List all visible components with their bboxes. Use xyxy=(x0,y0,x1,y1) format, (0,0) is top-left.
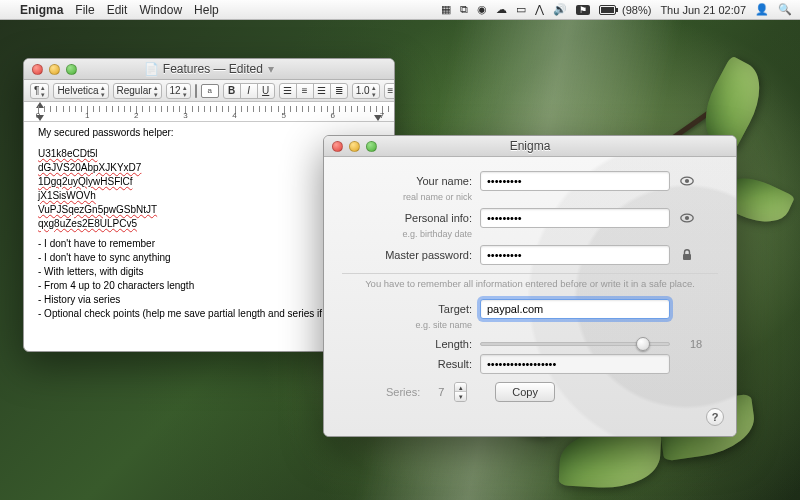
personal-info-label: Personal info: xyxy=(342,212,472,224)
svg-rect-1 xyxy=(601,7,614,13)
series-value: 7 xyxy=(430,386,444,398)
target-field[interactable] xyxy=(480,299,670,319)
svg-point-6 xyxy=(685,216,689,220)
align-left-button[interactable]: ☰ xyxy=(279,83,297,99)
weight-select[interactable]: Regular▴▾ xyxy=(113,83,162,99)
menu-edit[interactable]: Edit xyxy=(107,3,128,17)
text-color-swatch[interactable] xyxy=(195,84,197,98)
close-button[interactable] xyxy=(32,64,43,75)
target-label: Target: xyxy=(342,303,472,315)
display-icon[interactable]: ▭ xyxy=(516,3,526,16)
status-icon[interactable]: ▦ xyxy=(441,3,451,16)
list-select[interactable]: ≡▾ xyxy=(384,83,395,99)
target-hint: e.g. site name xyxy=(342,320,472,330)
align-justify-button[interactable]: ≣ xyxy=(330,83,348,99)
bold-button[interactable]: B xyxy=(223,83,241,99)
svg-rect-7 xyxy=(683,254,691,260)
stepper-up[interactable]: ▴ xyxy=(455,383,466,392)
status-icon[interactable]: ⋀ xyxy=(535,3,544,16)
minimize-button[interactable] xyxy=(349,141,360,152)
format-toolbar: ¶▴▾ Helvetica▴▾ Regular▴▾ 12▴▾ a B I U ☰… xyxy=(24,80,394,102)
zoom-button[interactable] xyxy=(66,64,77,75)
slider-knob[interactable] xyxy=(636,337,650,351)
result-field[interactable] xyxy=(480,354,670,374)
battery-icon[interactable]: (98%) xyxy=(599,4,651,16)
lock-icon[interactable] xyxy=(678,248,696,262)
svg-rect-2 xyxy=(616,8,618,12)
divider xyxy=(342,273,718,274)
status-icon[interactable]: ◉ xyxy=(477,3,487,16)
stepper-down[interactable]: ▾ xyxy=(455,392,466,401)
input-source-icon[interactable]: ⚑ xyxy=(576,5,590,15)
remember-note: You have to remember all information ent… xyxy=(342,278,718,289)
window-title: Enigma xyxy=(324,139,736,153)
master-password-label: Master password: xyxy=(342,249,472,261)
italic-button[interactable]: I xyxy=(240,83,258,99)
your-name-field[interactable] xyxy=(480,171,670,191)
align-group: ☰ ≡ ☰ ≣ xyxy=(279,83,348,99)
eye-icon[interactable] xyxy=(678,210,696,226)
align-center-button[interactable]: ≡ xyxy=(296,83,314,99)
app-menu[interactable]: Enigma xyxy=(20,3,63,17)
style-select[interactable]: ¶▴▾ xyxy=(30,83,49,99)
user-icon[interactable]: 👤 xyxy=(755,3,769,16)
your-name-label: Your name: xyxy=(342,175,472,187)
svg-point-4 xyxy=(685,179,689,183)
bold-italic-underline-group: B I U xyxy=(223,83,275,99)
master-password-field[interactable] xyxy=(480,245,670,265)
series-label: Series: xyxy=(386,386,420,398)
clock[interactable]: Thu Jun 21 02:07 xyxy=(660,4,746,16)
menu-window[interactable]: Window xyxy=(139,3,182,17)
titlebar[interactable]: 📄Features — Edited ▾ xyxy=(24,59,394,80)
titlebar[interactable]: Enigma xyxy=(324,136,736,157)
series-stepper[interactable]: ▴ ▾ xyxy=(454,382,467,402)
result-label: Result: xyxy=(342,358,472,370)
menu-file[interactable]: File xyxy=(75,3,94,17)
help-button[interactable]: ? xyxy=(706,408,724,426)
length-value: 18 xyxy=(684,338,708,350)
underline-button[interactable]: U xyxy=(257,83,275,99)
window-title: 📄Features — Edited ▾ xyxy=(24,62,394,76)
your-name-hint: real name or nick xyxy=(342,192,472,202)
spotlight-icon[interactable]: 🔍 xyxy=(778,3,792,16)
spacing-select[interactable]: 1.0▴▾ xyxy=(352,83,380,99)
length-label: Length: xyxy=(342,338,472,350)
personal-info-field[interactable] xyxy=(480,208,670,228)
close-button[interactable] xyxy=(332,141,343,152)
copy-button[interactable]: Copy xyxy=(495,382,555,402)
length-slider[interactable] xyxy=(480,342,670,346)
volume-icon[interactable]: 🔊 xyxy=(553,3,567,16)
menubar: Enigma File Edit Window Help ▦ ⧉ ◉ ☁ ▭ ⋀… xyxy=(0,0,800,20)
ruler[interactable]: 01234567 xyxy=(24,102,394,122)
minimize-button[interactable] xyxy=(49,64,60,75)
enigma-window: Enigma Your name: real name or nick Pers… xyxy=(323,135,737,437)
dropbox-icon[interactable]: ⧉ xyxy=(460,3,468,16)
eye-icon[interactable] xyxy=(678,173,696,189)
cloud-icon[interactable]: ☁ xyxy=(496,3,507,16)
align-right-button[interactable]: ☰ xyxy=(313,83,331,99)
size-select[interactable]: 12▴▾ xyxy=(166,83,191,99)
zoom-button[interactable] xyxy=(366,141,377,152)
menu-help[interactable]: Help xyxy=(194,3,219,17)
font-select[interactable]: Helvetica▴▾ xyxy=(53,83,108,99)
personal-info-hint: e.g. birthday date xyxy=(342,229,472,239)
